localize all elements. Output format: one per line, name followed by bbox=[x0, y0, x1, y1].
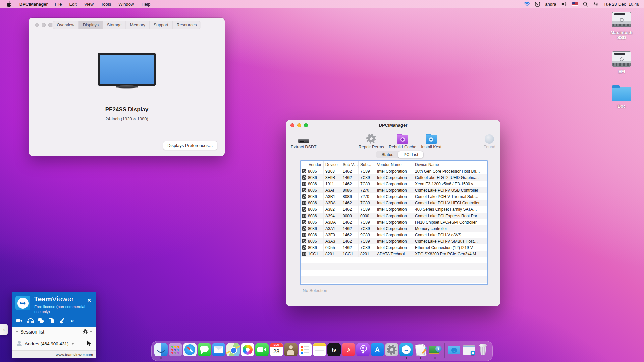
tab-storage[interactable]: Storage bbox=[103, 21, 126, 29]
maps-icon bbox=[226, 343, 240, 356]
tab-status[interactable]: Status bbox=[376, 151, 398, 158]
volume-icon[interactable] bbox=[561, 2, 567, 6]
dock-item-mail[interactable] bbox=[212, 343, 225, 356]
input-source-flag-icon[interactable] bbox=[572, 2, 578, 6]
gear-icon[interactable] bbox=[83, 329, 88, 334]
more-icon[interactable] bbox=[70, 318, 76, 323]
app-menu-title[interactable]: DPCIManager bbox=[16, 2, 51, 7]
tab-memory[interactable]: Memory bbox=[126, 21, 150, 29]
column-header-sub-v[interactable]: Sub V… bbox=[341, 161, 359, 168]
zoom-button[interactable] bbox=[48, 23, 52, 27]
apple-menu-icon[interactable] bbox=[7, 1, 11, 7]
desktop-icon-column: Macintosh SSDEFIDoc bbox=[608, 12, 635, 120]
column-header-device[interactable]: Device bbox=[324, 161, 341, 168]
table-row[interactable]: 8086A3A314627C89Intel CorporationComet L… bbox=[301, 238, 487, 244]
dock-item-launchpad[interactable] bbox=[169, 343, 182, 356]
menu-window[interactable]: Window bbox=[115, 2, 138, 7]
table-row[interactable]: 8086A3AF80867270Intel CorporationComet L… bbox=[301, 187, 487, 193]
dock-item-safari[interactable] bbox=[183, 343, 197, 356]
activity-menubar-icon[interactable] bbox=[535, 2, 540, 7]
chevron-down-icon[interactable] bbox=[90, 331, 92, 333]
headset-icon[interactable] bbox=[27, 318, 33, 323]
table-row[interactable]: 1CC182011CC18201ADATA Technol…XPG SX8200… bbox=[301, 251, 487, 257]
dock-item-notes[interactable] bbox=[313, 343, 326, 356]
desktop-icon-doc[interactable]: Doc bbox=[612, 85, 631, 109]
column-header-sub[interactable]: Sub… bbox=[359, 161, 375, 168]
table-row[interactable]: 8086A3F014629C89Intel CorporationComet L… bbox=[301, 232, 487, 238]
menu-file[interactable]: File bbox=[51, 2, 66, 7]
brush-icon[interactable] bbox=[59, 318, 65, 323]
about-tab-bar: OverviewDisplaysStorageMemorySupportReso… bbox=[53, 21, 201, 29]
dock-item-maps[interactable] bbox=[226, 343, 240, 356]
menu-view[interactable]: View bbox=[80, 2, 97, 7]
column-header-vendor-name[interactable]: Vendor Name bbox=[375, 161, 413, 168]
tab-displays[interactable]: Displays bbox=[79, 21, 103, 29]
tab-resources[interactable]: Resources bbox=[173, 21, 201, 29]
table-row[interactable]: 8086A3BA14627C89Intel CorporationComet L… bbox=[301, 200, 487, 206]
cursor-arrow-icon[interactable] bbox=[87, 340, 92, 347]
dock-item-downloads[interactable] bbox=[447, 343, 461, 356]
dock-item-appletv[interactable]: tv bbox=[327, 343, 341, 356]
dock-item-contacts[interactable] bbox=[284, 343, 298, 356]
dock-item-dpcimanager[interactable] bbox=[428, 343, 442, 356]
dock-item-appstore[interactable]: A bbox=[371, 343, 384, 356]
toolbar-extract-dsdt[interactable]: Extract DSDT bbox=[291, 132, 316, 149]
teamviewer-collapse-handle[interactable]: › bbox=[0, 324, 8, 335]
tab-support[interactable]: Support bbox=[150, 21, 173, 29]
dock-item-music[interactable] bbox=[342, 343, 355, 356]
dock-item-calendar[interactable]: DEC28 bbox=[270, 343, 283, 356]
menubar-clock[interactable]: Tue 28 Dec 10.48 bbox=[604, 2, 639, 7]
menu-help[interactable]: Help bbox=[138, 2, 154, 7]
video-icon[interactable] bbox=[16, 318, 22, 323]
tab-overview[interactable]: Overview bbox=[53, 21, 79, 29]
dock-item-finder[interactable] bbox=[154, 343, 168, 356]
search-icon[interactable] bbox=[583, 2, 588, 7]
running-indicator bbox=[406, 357, 407, 359]
toolbar-rebuild-cache[interactable]: Rebuild Cache bbox=[389, 132, 416, 149]
toolbar-install-kext[interactable]: Install Kext bbox=[421, 132, 441, 149]
dock-item-facetime[interactable] bbox=[255, 343, 269, 356]
table-row[interactable]: 80860D5514627C89Intel CorporationEtherne… bbox=[301, 244, 487, 251]
menu-edit[interactable]: Edit bbox=[65, 2, 80, 7]
column-header-vendor[interactable]: Vendor bbox=[301, 161, 324, 168]
dock-item-reminders[interactable] bbox=[299, 343, 312, 356]
dock-item-trash[interactable] bbox=[476, 343, 490, 356]
close-icon[interactable]: ✕ bbox=[87, 298, 91, 303]
wifi-icon[interactable] bbox=[524, 2, 530, 6]
dock-item-sysprefs[interactable] bbox=[385, 343, 398, 356]
toolbar-repair-perms[interactable]: Repair Perms bbox=[359, 132, 384, 149]
minimize-button[interactable] bbox=[42, 23, 46, 27]
dock-item-kext-wizard[interactable] bbox=[414, 343, 427, 356]
copy-icon[interactable] bbox=[49, 318, 55, 323]
chevron-down-icon[interactable] bbox=[71, 343, 74, 345]
dock-item-podcasts[interactable] bbox=[356, 343, 370, 356]
tab-pci-list[interactable]: PCI List bbox=[398, 151, 423, 158]
desktop-icon-macintosh-ssd[interactable]: Macintosh SSD bbox=[608, 12, 635, 40]
session-row[interactable]: Andres (464 900 431) bbox=[12, 337, 96, 350]
column-header-device-name[interactable]: Device Name bbox=[413, 161, 487, 168]
menu-tools[interactable]: Tools bbox=[97, 2, 115, 7]
website-link[interactable]: www.teamviewer.com bbox=[56, 353, 93, 357]
table-row[interactable]: 80869B6314627C89Intel Corporation10th Ge… bbox=[301, 168, 487, 174]
dock-item-messages[interactable] bbox=[198, 343, 211, 356]
table-row[interactable]: 8086A3B180867270Intel CorporationComet L… bbox=[301, 193, 487, 200]
pci-device-icon bbox=[302, 201, 306, 205]
control-center-icon[interactable] bbox=[593, 2, 599, 6]
table-row[interactable]: 8086A3A114627C89Intel CorporationMemory … bbox=[301, 225, 487, 232]
table-row[interactable]: 8086A38214627C89Intel Corporation400 Ser… bbox=[301, 206, 487, 213]
globe-icon bbox=[485, 132, 494, 144]
desktop-icon-efi[interactable]: EFI bbox=[612, 51, 631, 74]
close-button[interactable] bbox=[35, 23, 39, 27]
table-row[interactable]: 80863E9B14627C89Intel CorporationCoffeeL… bbox=[301, 174, 487, 181]
table-row[interactable]: 8086A39400000000Intel CorporationComet L… bbox=[301, 213, 487, 219]
dock-item-minimized-window[interactable] bbox=[462, 343, 475, 356]
menubar-username[interactable]: andra bbox=[545, 2, 556, 7]
session-list-header[interactable]: Session list bbox=[12, 327, 96, 337]
pci-table[interactable]: VendorDeviceSub V…Sub…Vendor NameDevice … bbox=[300, 160, 488, 285]
displays-preferences-button[interactable]: Displays Preferences… bbox=[163, 141, 217, 150]
dock-item-teamviewer[interactable] bbox=[399, 343, 413, 356]
table-row[interactable]: 8086A3DA14627C89Intel CorporationH410 Ch… bbox=[301, 219, 487, 225]
table-row[interactable]: 8086191114627C89Intel CorporationXeon E3… bbox=[301, 181, 487, 187]
dock-item-photos[interactable] bbox=[241, 343, 254, 356]
chat-icon[interactable] bbox=[38, 318, 44, 323]
